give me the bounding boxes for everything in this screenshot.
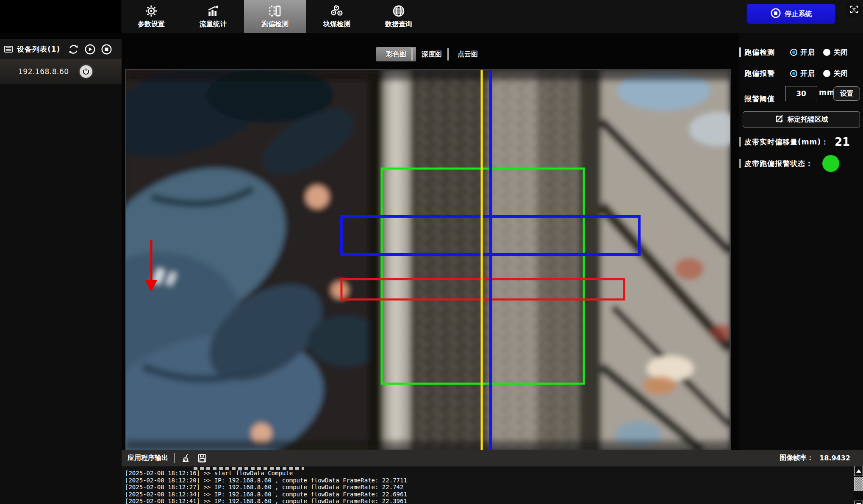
deviation-alarm-label: 跑偏报警 (744, 69, 775, 78)
radio-alarm-on[interactable] (790, 70, 797, 77)
divider (174, 453, 175, 463)
toolbar-item-coal-detect[interactable]: 块煤检测 (306, 0, 368, 33)
play-button[interactable] (84, 44, 96, 55)
log-title: 应用程序输出 (128, 454, 168, 462)
alarm-threshold-row: 报警阈值 mm 设置 (739, 93, 863, 104)
tab-label: 点云图 (458, 50, 478, 59)
realtime-offset-row: 皮带实时偏移量(mm)： 21 (739, 136, 863, 148)
alarm-status-label: 皮带跑偏报警状态： (744, 159, 813, 169)
stop-list-button[interactable] (101, 44, 112, 55)
deviation-detect-label: 跑偏检测 (744, 47, 775, 57)
radio-detect-on[interactable] (790, 49, 797, 56)
toolbar-item-label: 块煤检测 (323, 20, 350, 29)
alarm-status-indicator (822, 155, 839, 172)
clipped-log-line (194, 467, 304, 470)
log-line: [2025-02-08 18:12:27] >> IP: 192.168.8.6… (122, 484, 854, 491)
log-line: [2025-02-08 18:12:34] >> IP: 192.168.8.6… (122, 491, 854, 498)
tab-separator (447, 48, 449, 61)
log-output[interactable]: [2025-02-08 18:12:16] >> start flowData … (122, 466, 854, 504)
belt-monitor-app: 参数设置 流量统计 跑偏检测 (0, 0, 863, 504)
tab-point-cloud[interactable]: 点云图 (453, 47, 482, 61)
radio-detect-off[interactable] (823, 49, 830, 56)
stop-system-icon (770, 8, 781, 20)
edit-icon (775, 114, 784, 125)
power-icon (82, 67, 90, 76)
log-line: [2025-02-08 18:12:20] >> IP: 192.168.8.6… (122, 477, 854, 484)
tab-depth-image[interactable]: 深度图 (417, 47, 446, 61)
bar-chart-icon (206, 4, 220, 18)
alarm-threshold-unit: mm (819, 88, 835, 97)
deviation-icon (268, 4, 282, 18)
toolbar-item-label: 数据查询 (385, 20, 412, 29)
tab-label: 彩色图 (386, 50, 406, 59)
alarm-threshold-label: 报警阈值 (744, 94, 775, 104)
translate-icon[interactable]: 文 (847, 2, 861, 16)
section-bar (739, 159, 741, 168)
power-button[interactable] (80, 65, 92, 78)
toolbar-item-param-settings[interactable]: 参数设置 (120, 0, 182, 33)
deviation-alarm-row: 跑偏报警 开启 关闭 (739, 68, 863, 79)
broom-icon (181, 453, 191, 463)
alarm-threshold-input[interactable] (785, 86, 817, 101)
radio-alarm-on-label[interactable]: 开启 (800, 69, 815, 78)
realtime-offset-label: 皮带实时偏移量(mm)： (744, 137, 829, 147)
translate-glyph: 文 (852, 7, 856, 11)
frame-rate: 图像帧率： 18.9432 (780, 450, 850, 466)
device-ip: 192.168.8.60 (18, 67, 69, 76)
triangle-up-icon (856, 469, 861, 473)
tab-color-image[interactable]: 彩色图 (376, 47, 416, 61)
calibrate-roller-label: 标定托辊区域 (788, 115, 828, 124)
toolbar-item-deviation-detect[interactable]: 跑偏检测 (244, 0, 306, 33)
device-list-icon (3, 44, 14, 54)
device-row[interactable]: 192.168.8.60 (0, 59, 122, 84)
scroll-up-button[interactable] (854, 466, 863, 476)
radio-alarm-off[interactable] (823, 70, 830, 77)
save-icon (197, 453, 207, 463)
camera-color-view[interactable] (126, 70, 730, 450)
radio-alarm-off-label[interactable]: 关闭 (833, 69, 848, 78)
frame-rate-value: 18.9432 (819, 454, 850, 462)
frame-rate-label: 图像帧率： (780, 454, 813, 462)
toolbar-item-flow-stats[interactable]: 流量统计 (182, 0, 244, 33)
section-bar (739, 47, 741, 57)
toolbar-item-label: 跑偏检测 (261, 20, 289, 29)
toolbar-item-label: 流量统计 (200, 20, 227, 29)
toolbar-left-spacer (0, 0, 122, 33)
log-header: 应用程序输出 图像帧率： 18.9432 (122, 450, 863, 466)
radio-detect-off-label[interactable]: 关闭 (833, 47, 848, 57)
device-list-empty-area (0, 84, 122, 504)
radio-detect-on-label[interactable]: 开启 (800, 47, 815, 57)
section-bar (739, 137, 741, 147)
tab-label: 深度图 (422, 50, 442, 59)
alarm-status-row: 皮带跑偏报警状态： (739, 154, 863, 173)
clear-log-button[interactable] (181, 453, 191, 463)
toolbar-item-data-query[interactable]: 数据查询 (368, 0, 430, 33)
refresh-button[interactable] (68, 44, 79, 55)
calibrate-roller-button[interactable]: 标定托辊区域 (743, 111, 860, 127)
device-list-title: 设备列表(1) (17, 44, 60, 54)
set-threshold-button[interactable]: 设置 (833, 86, 860, 101)
stop-system-button[interactable]: 停止系统 (746, 4, 835, 24)
scroll-down-button[interactable] (854, 501, 863, 504)
log-line: [2025-02-08 18:12:41] >> IP: 192.168.8.6… (122, 498, 854, 504)
save-log-button[interactable] (197, 453, 207, 463)
scrollbar-thumb[interactable] (854, 477, 863, 491)
stop-system-label: 停止系统 (785, 10, 812, 19)
main-toolbar: 参数设置 流量统计 跑偏检测 (0, 0, 863, 33)
application-output-panel: 应用程序输出 图像帧率： 18.9432 [2 (122, 450, 863, 504)
toolbar-item-label: 参数设置 (138, 20, 165, 29)
set-threshold-label: 设置 (840, 89, 854, 98)
device-sidebar: 设备列表(1) 192.168.8.60 (0, 39, 122, 504)
tab-separator (411, 48, 413, 61)
deviation-detect-row: 跑偏检测 开启 关闭 (739, 47, 863, 58)
log-scrollbar[interactable] (854, 466, 863, 504)
log-line: [2025-02-08 18:12:16] >> start flowData … (122, 470, 854, 477)
realtime-offset-value: 21 (835, 136, 850, 148)
detection-settings-panel: 跑偏检测 开启 关闭 跑偏报警 开启 关闭 报警阈值 mm 设置 (739, 33, 863, 450)
gear-icon (144, 4, 158, 18)
coal-icon (330, 4, 344, 18)
scene-photo (126, 70, 730, 450)
device-list-header: 设备列表(1) (0, 39, 122, 59)
globe-icon (392, 4, 405, 18)
